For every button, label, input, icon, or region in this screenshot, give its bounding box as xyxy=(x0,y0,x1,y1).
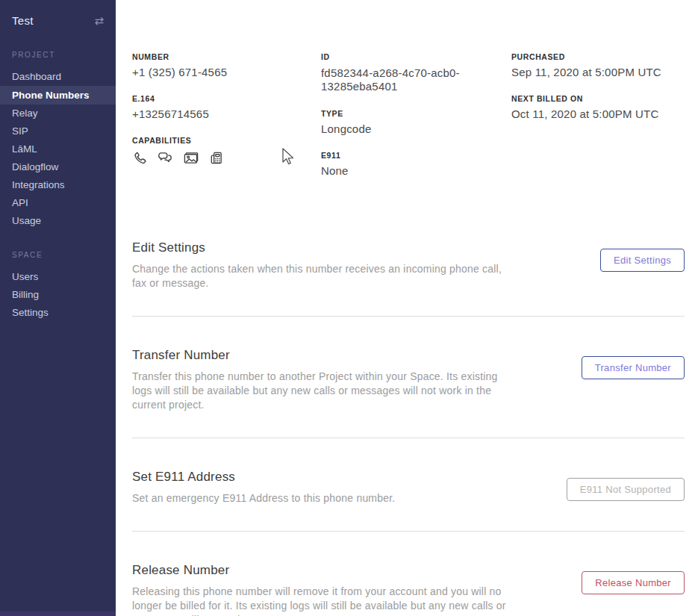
field-label-id: ID xyxy=(321,52,511,61)
section-edit-settings: Edit Settings Change the actions taken w… xyxy=(132,240,685,317)
details-col-1: NUMBER +1 (325) 671-4565 E.164 +13256714… xyxy=(132,52,321,193)
mms-image-icon xyxy=(182,150,200,166)
field-next-billed: NEXT BILLED ON Oct 11, 2020 at 5:00PM UT… xyxy=(511,94,685,120)
sidebar-item-integrations[interactable]: Integrations xyxy=(0,176,116,194)
field-value-number: +1 (325) 671-4565 xyxy=(132,66,321,78)
sms-chat-icon xyxy=(157,150,173,166)
details-col-2: ID fd582344-a268-4c70-acb0-13285eba5401 … xyxy=(321,52,511,193)
sidebar-bottom-strip xyxy=(0,612,116,616)
release-number-button[interactable]: Release Number xyxy=(582,571,685,594)
field-label-type: TYPE xyxy=(321,109,511,118)
section-title: Set E911 Address xyxy=(132,470,395,485)
project-title: Test xyxy=(12,14,34,27)
field-e164: E.164 +13256714565 xyxy=(132,94,321,120)
field-value-e911: None xyxy=(321,165,511,177)
section-description: Releasing this phone number will remove … xyxy=(132,585,509,616)
voice-phone-icon xyxy=(132,150,148,166)
sidebar-item-users[interactable]: Users xyxy=(0,268,116,286)
field-type: TYPE Longcode xyxy=(321,109,511,135)
fax-icon xyxy=(209,150,224,166)
sidebar-item-dialogflow[interactable]: Dialogflow xyxy=(0,158,116,176)
e911-not-supported-button: E911 Not Supported xyxy=(567,478,685,501)
field-label-next-billed: NEXT BILLED ON xyxy=(511,94,685,103)
project-switcher-icon[interactable]: ⇄ xyxy=(94,15,104,26)
sidebar-item-settings[interactable]: Settings xyxy=(0,304,116,322)
nav-group-label-project: PROJECT xyxy=(0,51,116,59)
sidebar-item-usage[interactable]: Usage xyxy=(0,212,116,230)
field-value-id: fd582344-a268-4c70-acb0-13285eba5401 xyxy=(321,66,493,93)
sidebar-header: Test ⇄ xyxy=(0,0,116,30)
section-release-number-text: Release Number Releasing this phone numb… xyxy=(132,563,509,616)
field-label-purchased: PURCHASED xyxy=(511,52,685,61)
section-transfer-number: Transfer Number Transfer this phone numb… xyxy=(132,317,685,438)
field-id: ID fd582344-a268-4c70-acb0-13285eba5401 xyxy=(321,52,511,93)
capability-icons xyxy=(132,150,321,166)
sidebar-item-billing[interactable]: Billing xyxy=(0,286,116,304)
section-description: Transfer this phone number to another Pr… xyxy=(132,370,509,412)
sidebar-item-dashboard[interactable]: Dashboard xyxy=(0,68,116,86)
section-transfer-number-text: Transfer Number Transfer this phone numb… xyxy=(132,348,509,412)
field-value-type: Longcode xyxy=(321,123,511,135)
field-label-capabilities: CAPABILITIES xyxy=(132,136,321,145)
sidebar-item-relay[interactable]: Relay xyxy=(0,105,116,122)
field-label-number: NUMBER xyxy=(132,52,321,61)
section-title: Release Number xyxy=(132,563,509,578)
nav-group-label-space: SPACE xyxy=(0,251,116,259)
field-label-e164: E.164 xyxy=(132,94,321,103)
field-number: NUMBER +1 (325) 671-4565 xyxy=(132,52,321,78)
section-title: Edit Settings xyxy=(132,240,509,255)
number-details-grid: NUMBER +1 (325) 671-4565 E.164 +13256714… xyxy=(132,52,685,193)
sidebar-item-laml[interactable]: LāML xyxy=(0,140,116,158)
field-label-e911: E911 xyxy=(321,151,511,160)
sidebar-item-sip[interactable]: SIP xyxy=(0,122,116,140)
section-release-number: Release Number Releasing this phone numb… xyxy=(132,532,685,616)
section-edit-settings-text: Edit Settings Change the actions taken w… xyxy=(132,240,509,290)
action-sections: Edit Settings Change the actions taken w… xyxy=(132,240,685,616)
section-description: Change the actions taken when this numbe… xyxy=(132,262,509,290)
field-e911: E911 None xyxy=(321,151,511,177)
section-title: Transfer Number xyxy=(132,348,509,363)
section-set-e911-text: Set E911 Address Set an emergency E911 A… xyxy=(132,470,395,505)
field-value-purchased: Sep 11, 2020 at 5:00PM UTC xyxy=(511,66,685,78)
details-col-3: PURCHASED Sep 11, 2020 at 5:00PM UTC NEX… xyxy=(511,52,685,193)
edit-settings-button[interactable]: Edit Settings xyxy=(600,249,685,272)
field-capabilities: CAPABILITIES xyxy=(132,136,321,166)
sidebar-item-api[interactable]: API xyxy=(0,194,116,212)
phone-number-detail-page: NUMBER +1 (325) 671-4565 E.164 +13256714… xyxy=(116,0,695,616)
field-value-next-billed: Oct 11, 2020 at 5:00PM UTC xyxy=(511,108,685,120)
field-value-e164: +13256714565 xyxy=(132,108,321,120)
sidebar: Test ⇄ PROJECT Dashboard Phone Numbers R… xyxy=(0,0,116,616)
section-description: Set an emergency E911 Address to this ph… xyxy=(132,491,395,505)
field-purchased: PURCHASED Sep 11, 2020 at 5:00PM UTC xyxy=(511,52,685,78)
sidebar-item-phone-numbers[interactable]: Phone Numbers xyxy=(0,86,116,105)
section-set-e911-address: Set E911 Address Set an emergency E911 A… xyxy=(132,438,685,532)
transfer-number-button[interactable]: Transfer Number xyxy=(582,356,685,379)
